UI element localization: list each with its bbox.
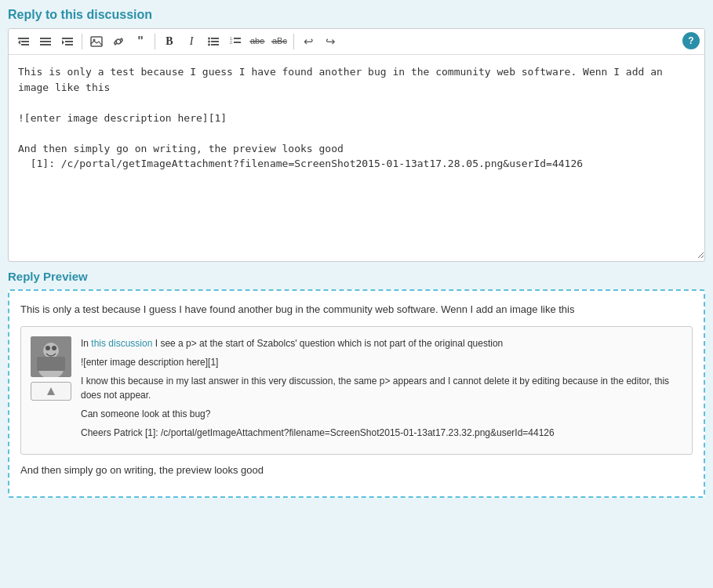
svg-rect-14 [211, 38, 219, 39]
quoted-block: In this discussion I see a p> at the sta… [20, 326, 693, 455]
svg-rect-5 [40, 41, 51, 42]
svg-point-15 [208, 41, 210, 43]
strikethrough-button[interactable]: abc [247, 32, 267, 51]
outdent-button[interactable] [13, 32, 34, 51]
link-button[interactable] [108, 32, 129, 51]
quoted-text: In this discussion I see a p> at the sta… [81, 336, 682, 445]
avatar-column [31, 336, 71, 445]
strikethrough2-button[interactable]: aBc [269, 32, 289, 51]
preview-section: This is only a test because I guess I ha… [8, 289, 705, 498]
svg-text:2.: 2. [230, 40, 233, 45]
svg-rect-2 [21, 44, 29, 45]
indent-list-button[interactable] [35, 32, 56, 51]
svg-rect-7 [62, 38, 73, 39]
blockquote-button[interactable]: " [130, 32, 151, 51]
ordered-list-button[interactable]: 1.2. [225, 32, 246, 51]
undo-button[interactable]: ↩ [298, 32, 318, 51]
unordered-list-button[interactable] [203, 32, 224, 51]
redo-button[interactable]: ↪ [320, 32, 340, 51]
avatar [31, 336, 71, 377]
quoted-line-1: In this discussion I see a p> at the sta… [81, 336, 682, 350]
separator-3 [293, 34, 294, 49]
editor-textarea[interactable]: This is only a test because I guess I ha… [9, 55, 704, 259]
editor-section: " B I 1.2. abc aBc ↩ ↪ ? This is only a … [8, 28, 705, 262]
svg-rect-18 [211, 44, 219, 45]
image-button[interactable] [86, 32, 107, 51]
svg-marker-33 [47, 387, 55, 395]
svg-rect-9 [65, 44, 73, 45]
svg-marker-10 [62, 40, 64, 45]
separator-1 [82, 34, 82, 49]
preview-para-2: And then simply go on writing, the previ… [20, 463, 693, 479]
separator-2 [155, 34, 155, 49]
preview-content: This is only a test because I guess I ha… [9, 291, 704, 496]
svg-rect-8 [65, 41, 73, 42]
indent-button[interactable] [57, 32, 78, 51]
quoted-line-5: Cheers Patrick [1]: /c/portal/getImageAt… [81, 426, 682, 440]
discussion-link[interactable]: this discussion [91, 338, 152, 349]
quoted-line-2: ![enter image description here][1] [81, 355, 682, 369]
svg-rect-0 [18, 38, 29, 39]
svg-rect-11 [91, 37, 102, 46]
italic-button[interactable]: I [181, 32, 202, 51]
svg-rect-16 [211, 41, 219, 42]
svg-point-31 [52, 346, 56, 350]
svg-rect-32 [37, 357, 65, 371]
preview-para-1: This is only a test because I guess I ha… [20, 302, 693, 318]
toolbar: " B I 1.2. abc aBc ↩ ↪ ? [9, 29, 704, 55]
svg-marker-3 [18, 40, 20, 45]
svg-text:aBc: aBc [272, 36, 287, 45]
bold-button[interactable]: B [159, 32, 180, 51]
svg-text:abc: abc [250, 36, 264, 45]
svg-rect-6 [40, 44, 51, 45]
svg-rect-22 [234, 42, 241, 43]
page-title: Reply to this discussion [8, 8, 705, 22]
svg-rect-4 [40, 38, 51, 39]
svg-rect-1 [21, 41, 29, 42]
svg-rect-20 [234, 38, 241, 39]
svg-point-30 [45, 346, 50, 350]
upvote-button[interactable] [31, 382, 71, 401]
preview-title: Reply Preview [8, 270, 705, 283]
quoted-line-4: Can someone look at this bug? [81, 407, 682, 421]
quoted-line-3: I know this because in my last answer in… [81, 374, 682, 402]
svg-point-17 [208, 44, 210, 46]
help-button[interactable]: ? [682, 32, 700, 49]
svg-point-13 [208, 38, 210, 40]
